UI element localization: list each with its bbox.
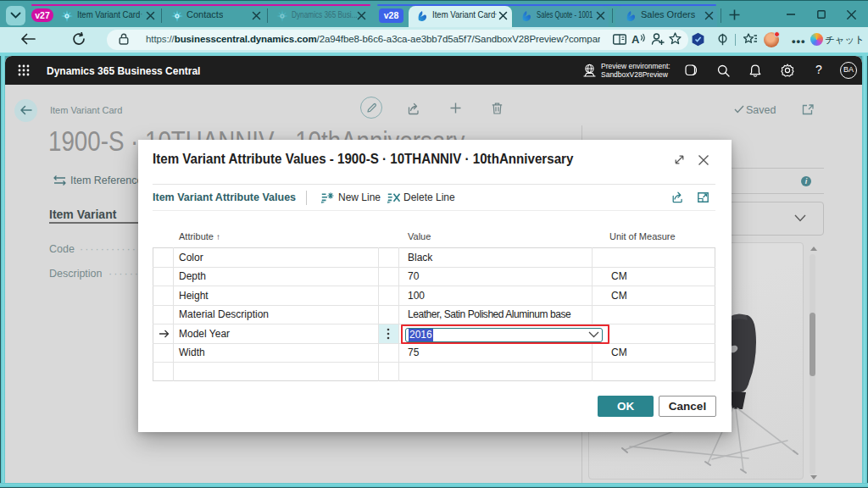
svg-text:A: A bbox=[632, 33, 640, 46]
